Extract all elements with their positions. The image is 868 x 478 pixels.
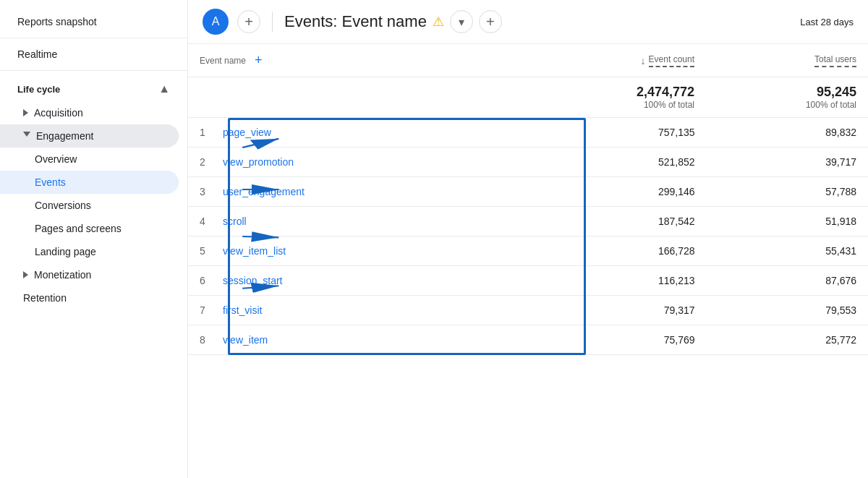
event-name-cell: 7 first_visit — [200, 304, 516, 316]
table-wrapper: Event name + ↓ Event count — [188, 44, 868, 355]
event-name-cell: 8 view_item — [200, 334, 516, 346]
event-count-cell: 757,135 — [528, 118, 707, 148]
sidebar-item-acquisition[interactable]: Acquisition — [0, 101, 187, 124]
event-link-view_item[interactable]: view_item — [223, 334, 268, 346]
table-row: 2 view_promotion 521,852 39,717 — [188, 148, 868, 177]
row-number: 4 — [200, 215, 214, 227]
col-total-users: Total users — [706, 44, 868, 77]
total-users-cell: 79,553 — [707, 296, 868, 325]
page-title: Events: Event name — [284, 12, 427, 31]
dropdown-button[interactable]: ▾ — [450, 10, 473, 33]
sidebar-item-overview[interactable]: Overview — [0, 148, 187, 171]
row-number: 3 — [200, 186, 214, 197]
table-row: 6 session_start 116,213 87,676 — [188, 266, 868, 296]
main-content: A + Events: Event name ⚠ ▾ + Last 28 day… — [188, 0, 868, 478]
event-name-cell: 5 view_item_list — [200, 245, 516, 257]
event-count-cell: 299,146 — [528, 177, 707, 207]
sidebar: Reports snapshot Realtime Life cycle ▲ A… — [0, 0, 188, 478]
table-row: 1 page_view 757,135 89,832 — [188, 118, 868, 148]
event-link-view_promotion[interactable]: view_promotion — [223, 156, 294, 168]
total-users-cell: 55,431 — [707, 236, 868, 266]
table-row: 7 first_visit 79,317 79,553 — [188, 296, 868, 325]
event-name-cell: 1 page_view — [200, 127, 516, 138]
row-number: 2 — [200, 156, 214, 168]
add-column-icon[interactable]: + — [255, 53, 263, 68]
lifecycle-header[interactable]: Life cycle ▲ — [0, 77, 187, 101]
event-link-session_start[interactable]: session_start — [223, 275, 282, 286]
event-link-user_engagement[interactable]: user_engagement — [223, 186, 305, 197]
table-container: Event name + ↓ Event count — [188, 44, 868, 478]
row-number: 1 — [200, 127, 214, 138]
warning-icon: ⚠ — [433, 14, 444, 30]
sidebar-item-monetization[interactable]: Monetization — [0, 263, 187, 286]
event-name-cell: 2 view_promotion — [200, 156, 516, 168]
totals-row: 2,474,772 100% of total 95,245 100% of t… — [188, 77, 868, 118]
totals-users: 95,245 100% of total — [706, 77, 868, 118]
events-data-table: 1 page_view 757,135 89,832 2 view_promot… — [188, 118, 868, 355]
triangle-right-icon — [23, 109, 28, 116]
table-row: 5 view_item_list 166,728 55,431 — [188, 236, 868, 266]
totals-event-count: 2,474,772 100% of total — [528, 77, 706, 118]
total-users-cell: 25,772 — [707, 325, 868, 355]
sidebar-item-retention[interactable]: Retention — [0, 286, 187, 310]
chevron-up-icon: ▲ — [158, 82, 170, 95]
sort-arrow-icon: ↓ — [641, 55, 646, 67]
add-tab-button[interactable]: + — [237, 10, 260, 33]
add-report-button[interactable]: + — [479, 10, 502, 33]
row-number: 8 — [200, 334, 214, 346]
sidebar-item-reports-snapshot[interactable]: Reports snapshot — [0, 12, 187, 32]
event-count-cell: 116,213 — [528, 266, 707, 296]
totals-label — [188, 77, 528, 118]
table-row: 3 user_engagement 299,146 57,788 — [188, 177, 868, 207]
event-count-cell: 521,852 — [528, 148, 707, 177]
date-range-label: Last 28 days — [800, 17, 854, 27]
sidebar-divider-2 — [0, 70, 187, 71]
event-count-cell: 166,728 — [528, 236, 707, 266]
events-table: Event name + ↓ Event count — [188, 44, 868, 118]
highlighted-rows-area: 1 page_view 757,135 89,832 2 view_promot… — [188, 118, 868, 355]
topbar: A + Events: Event name ⚠ ▾ + Last 28 day… — [188, 0, 868, 44]
sidebar-item-pages-and-screens[interactable]: Pages and screens — [0, 217, 187, 240]
sidebar-divider-1 — [0, 38, 187, 38]
total-users-cell: 57,788 — [707, 177, 868, 207]
triangle-right-icon-2 — [23, 271, 28, 278]
event-count-cell: 75,769 — [528, 325, 707, 355]
avatar-button[interactable]: A — [203, 9, 229, 35]
data-rows-body: 1 page_view 757,135 89,832 2 view_promot… — [188, 118, 868, 355]
total-users-cell: 89,832 — [707, 118, 868, 148]
sidebar-item-realtime[interactable]: Realtime — [0, 44, 187, 64]
row-number: 5 — [200, 245, 214, 257]
event-name-cell: 4 scroll — [200, 215, 516, 227]
event-link-scroll[interactable]: scroll — [223, 215, 247, 227]
row-number: 6 — [200, 275, 214, 286]
event-name-cell: 6 session_start — [200, 275, 516, 286]
event-name-cell: 3 user_engagement — [200, 186, 516, 197]
event-link-view_item_list[interactable]: view_item_list — [223, 245, 286, 257]
topbar-divider — [272, 12, 273, 32]
table-row: 4 scroll 187,542 51,918 — [188, 207, 868, 236]
event-link-page_view[interactable]: page_view — [223, 127, 271, 138]
event-link-first_visit[interactable]: first_visit — [223, 304, 262, 316]
total-users-cell: 39,717 — [707, 148, 868, 177]
table-row: 8 view_item 75,769 25,772 — [188, 325, 868, 355]
row-number: 7 — [200, 304, 214, 316]
sidebar-item-engagement[interactable]: Engagement — [0, 124, 179, 148]
total-users-cell: 87,676 — [707, 266, 868, 296]
sidebar-item-events[interactable]: Events — [0, 171, 179, 194]
event-count-cell: 79,317 — [528, 296, 707, 325]
table-header-row: Event name + ↓ Event count — [188, 44, 868, 77]
sidebar-item-conversions[interactable]: Conversions — [0, 194, 187, 217]
col-event-count: ↓ Event count — [528, 44, 706, 77]
triangle-down-icon — [23, 132, 30, 140]
sidebar-item-landing-page[interactable]: Landing page — [0, 240, 187, 263]
total-users-cell: 51,918 — [707, 207, 868, 236]
col-event-name: Event name + — [188, 44, 528, 77]
page-title-bar: Events: Event name ⚠ ▾ + — [284, 10, 791, 33]
event-count-cell: 187,542 — [528, 207, 707, 236]
